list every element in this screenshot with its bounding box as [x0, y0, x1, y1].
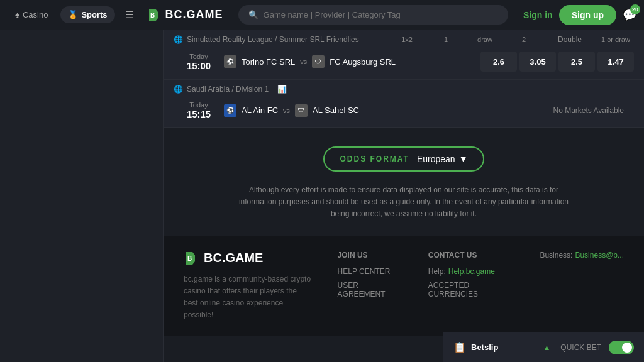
disclaimer: Although every effort is made to ensure … — [234, 184, 574, 221]
footer-contact-title: CONTACT US — [428, 251, 515, 260]
odds-format-value: European — [417, 154, 455, 164]
footer-join-title: JOIN US — [338, 251, 403, 260]
match2-league: 🌐 Saudi Arabia / Division 1 📊 — [174, 85, 287, 94]
chat-badge: 20 — [630, 4, 640, 14]
sidebar — [0, 30, 164, 362]
league-icon: 🌐 — [174, 35, 183, 44]
match2-teams: ⚽ AL Ain FC vs 🛡 AL Sahel SC — [224, 104, 445, 117]
quick-bet-toggle[interactable] — [609, 341, 634, 354]
odds-1-btn[interactable]: 2.6 — [480, 52, 517, 72]
footer-join-us: JOIN US HELP CENTER USER AGREEMENT — [338, 251, 403, 322]
footer: B BC.GAME bc.game is a community-based c… — [164, 236, 644, 337]
sports-icon: 🏅 — [68, 10, 78, 19]
footer-business-label: Business: — [540, 251, 572, 260]
match2-league-text: Saudi Arabia / Division 1 — [187, 85, 269, 94]
hamburger-icon[interactable]: ☰ — [120, 6, 139, 23]
betslip-icon: 📋 — [453, 341, 466, 353]
content-area: 🌐 Simulated Reality League / Summer SRL … — [164, 30, 644, 362]
match2-time-value: 15:15 — [174, 109, 224, 119]
match1-time: Today 15:00 — [174, 53, 224, 71]
svg-text:B: B — [187, 255, 192, 262]
match-card-2: 🌐 Saudi Arabia / Division 1 📊 Today 15:1… — [164, 80, 644, 128]
footer-description: bc.game is a community-based crypto casi… — [184, 273, 313, 322]
match1-away-team: FC Augsburg SRL — [330, 57, 396, 67]
odds-draw-btn[interactable]: 3.05 — [519, 52, 556, 72]
bc-logo-icon: B — [147, 8, 162, 23]
footer-help-center[interactable]: HELP CENTER — [338, 267, 403, 276]
quick-bet-label: QUICK BET — [560, 343, 601, 352]
footer-business: Business: Business@b... — [540, 251, 624, 322]
footer-help-link[interactable]: Help.bc.game — [448, 267, 495, 276]
no-markets-text: No Markets Available — [445, 106, 634, 115]
match1-teams-row: Today 15:00 ⚽ Torino FC SRL vs 🛡 FC Augs… — [164, 47, 644, 79]
chat-button[interactable]: 💬 20 — [623, 8, 636, 22]
league2-icon: 🌐 — [174, 85, 183, 94]
casino-nav[interactable]: ♠ Casino — [8, 6, 55, 23]
match1-time-value: 15:00 — [174, 60, 224, 71]
footer-logo-icon: B — [184, 251, 199, 266]
odds-col-headers: 1x2 1 draw 2 Double 1 or draw — [389, 35, 634, 44]
match1-league: 🌐 Simulated Reality League / Summer SRL … — [174, 35, 359, 44]
match2-teams-row: Today 15:15 ⚽ AL Ain FC vs 🛡 AL Sahel SC… — [164, 96, 644, 127]
vs2-text: vs — [283, 107, 290, 114]
betslip-bar: 📋 Betslip ▲ QUICK BET — [443, 332, 644, 362]
odds-2-btn[interactable]: 2.5 — [558, 52, 595, 72]
svg-text:B: B — [150, 12, 155, 19]
footer-contact-us: CONTACT US Help: Help.bc.game ACCEPTED C… — [428, 251, 515, 322]
sports-nav[interactable]: 🏅 Sports — [60, 6, 114, 23]
casino-icon: ♠ — [15, 10, 19, 19]
odds-format-container: ODDS FORMAT European ▼ — [323, 146, 484, 172]
match1-info-row: 🌐 Simulated Reality League / Summer SRL … — [164, 30, 644, 47]
chevron-down-icon: ▼ — [459, 154, 468, 164]
match2-date: Today — [174, 101, 224, 109]
match2-time: Today 15:15 — [174, 101, 224, 119]
stats-icon: 📊 — [277, 85, 287, 94]
betslip-arrow-icon[interactable]: ▲ — [543, 343, 550, 352]
sign-in-button[interactable]: Sign in — [523, 10, 553, 20]
betslip-label: Betslip — [471, 343, 538, 352]
main-layout: 🌐 Simulated Reality League / Summer SRL … — [0, 30, 644, 362]
logo: B BC.GAME — [147, 8, 223, 23]
match2-home-team: AL Ain FC — [242, 106, 278, 115]
vs-text: vs — [300, 58, 307, 65]
footer-logo-text: BC.GAME — [204, 251, 263, 265]
odds-1ordraw-btn[interactable]: 1.47 — [597, 52, 634, 72]
match1-home-team: Torino FC SRL — [242, 57, 295, 67]
footer-currencies[interactable]: ACCEPTED CURRENCIES — [428, 281, 515, 299]
odds-1-label: 1 — [428, 36, 464, 43]
search-icon: 🔍 — [248, 10, 258, 19]
footer-business-link[interactable]: Business@b... — [575, 251, 624, 260]
footer-user-agreement[interactable]: USER AGREEMENT — [338, 281, 403, 299]
match2-info-row: 🌐 Saudi Arabia / Division 1 📊 — [164, 80, 644, 96]
odds-format-section: ODDS FORMAT European ▼ Although every ef… — [164, 128, 644, 231]
casino-label: Casino — [23, 10, 48, 19]
match2-away-team: AL Sahel SC — [313, 106, 359, 115]
header-right: Sign in Sign up 💬 20 — [523, 5, 636, 25]
sports-label: Sports — [81, 10, 107, 19]
home-team-icon: ⚽ — [224, 55, 236, 68]
search-bar[interactable]: 🔍 — [238, 5, 508, 25]
home-team2-icon: ⚽ — [224, 104, 236, 117]
match-card-1: 🌐 Simulated Reality League / Summer SRL … — [164, 30, 644, 80]
odds-draw-label: draw — [467, 36, 503, 43]
sign-up-button[interactable]: Sign up — [559, 5, 616, 25]
search-input[interactable] — [264, 10, 498, 19]
odds-format-select[interactable]: European ▼ — [417, 154, 468, 164]
match1-odds: 2.6 3.05 2.5 1.47 — [480, 52, 634, 72]
footer-logo: B BC.GAME — [184, 251, 313, 266]
match1-date: Today — [174, 53, 224, 60]
match1-league-text: Simulated Reality League / Summer SRL Fr… — [187, 35, 359, 44]
away-team-icon: 🛡 — [312, 55, 325, 68]
double-label: Double — [545, 35, 595, 44]
odds-2-label: 2 — [506, 36, 542, 43]
footer-help-label: Help: — [428, 267, 446, 276]
logo-text: BC.GAME — [165, 8, 223, 21]
odds-type-label: 1x2 — [389, 36, 425, 43]
match1-teams: ⚽ Torino FC SRL vs 🛡 FC Augsburg SRL — [224, 55, 480, 68]
away-team2-icon: 🛡 — [295, 104, 308, 117]
odds-1or-draw-label: 1 or draw — [597, 36, 634, 43]
header: ♠ Casino 🏅 Sports ☰ B BC.GAME 🔍 Sign in … — [0, 0, 644, 30]
odds-format-label: ODDS FORMAT — [340, 155, 409, 163]
